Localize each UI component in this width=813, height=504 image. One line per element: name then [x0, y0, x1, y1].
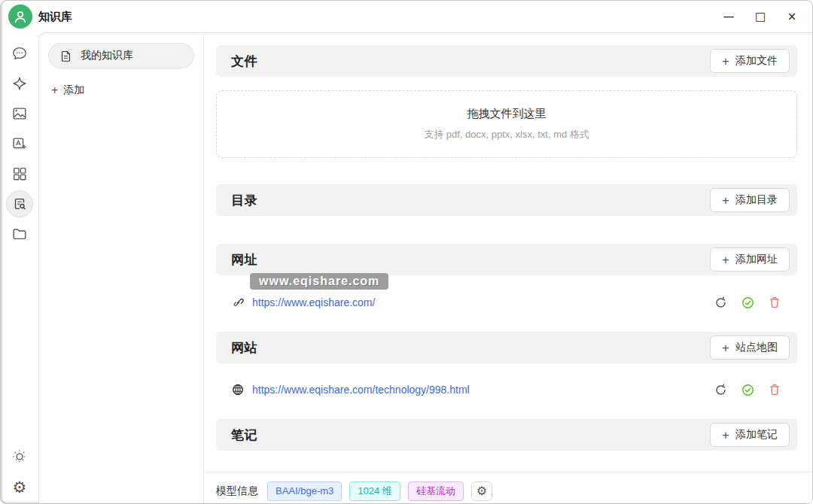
minimize-button[interactable]: —	[713, 5, 744, 29]
sidebar-item-label: 我的知识库	[81, 49, 133, 62]
add-label: 添加	[63, 83, 84, 97]
globe-icon	[231, 383, 245, 396]
section-title-urls: 网址	[231, 251, 257, 269]
rail-item-knowledge-base[interactable]	[6, 190, 33, 217]
folder-icon	[11, 226, 28, 242]
delete-button[interactable]	[767, 295, 782, 310]
site-row: https://www.eqishare.com/technology/998.…	[216, 381, 797, 399]
settings-gear-icon: ⚙	[13, 479, 27, 495]
sitemap-label: 站点地图	[735, 341, 778, 354]
main-content: 文件 + 添加文件 拖拽文件到这里 支持 pdf, docx, pptx, xl…	[204, 33, 812, 503]
add-url-button[interactable]: + 添加网址	[710, 247, 790, 272]
dropzone-title: 拖拽文件到这里	[467, 107, 547, 121]
watermark: www.eqishare.com	[250, 273, 388, 290]
add-url-label: 添加网址	[735, 253, 778, 266]
document-search-icon	[11, 196, 28, 212]
model-info-bar: 模型信息 BAAI/bge-m3 1024 维 硅基流动 ⚙	[216, 481, 797, 501]
window-controls: — □ ×	[713, 1, 808, 32]
app-title: 知识库	[38, 10, 72, 24]
plus-icon: +	[51, 84, 58, 96]
add-directory-label: 添加目录	[735, 193, 778, 207]
dimension-badge: 1024 维	[349, 481, 400, 501]
refresh-button[interactable]	[713, 382, 728, 397]
trash-icon	[768, 383, 781, 396]
rail-item-theme[interactable]	[6, 443, 33, 470]
check-circle-icon	[741, 383, 755, 397]
section-header-directory: 目录 + 添加目录	[216, 184, 797, 216]
add-file-label: 添加文件	[735, 54, 778, 68]
kb-sidebar: 我的知识库 + 添加	[39, 33, 204, 503]
url-row: https://www.eqishare.com/	[216, 293, 797, 311]
url-link[interactable]: https://www.eqishare.com/	[252, 296, 375, 308]
delete-button[interactable]	[767, 382, 782, 397]
section-title-sites: 网站	[231, 339, 257, 357]
section-header-sites: 网站 + 站点地图	[216, 332, 797, 363]
rail-item-assistant[interactable]	[6, 70, 33, 97]
refresh-icon	[714, 383, 728, 397]
url-row-actions	[713, 295, 791, 310]
section-title-notes: 笔记	[231, 427, 257, 444]
plus-icon: +	[722, 254, 729, 266]
model-settings-button[interactable]: ⚙	[471, 481, 492, 501]
section-title-files: 文件	[231, 53, 257, 70]
icon-rail: ⚙	[1, 32, 38, 503]
site-link[interactable]: https://www.eqishare.com/technology/998.…	[252, 384, 470, 396]
model-info-label: 模型信息	[216, 484, 258, 498]
provider-badge: 硅基流动	[408, 481, 464, 501]
rail-item-files[interactable]	[6, 220, 33, 247]
maximize-button[interactable]: □	[744, 5, 776, 29]
title-bar: 知识库 — □ ×	[1, 1, 812, 32]
site-row-actions	[713, 382, 791, 397]
sparkle-icon	[11, 75, 28, 92]
add-file-button[interactable]: + 添加文件	[710, 49, 790, 73]
user-avatar[interactable]	[8, 5, 32, 29]
rail-item-apps[interactable]	[6, 160, 33, 187]
sidebar-item-my-knowledge-base[interactable]: 我的知识库	[48, 43, 194, 68]
status-ok-icon	[740, 295, 755, 310]
rail-item-images[interactable]	[6, 100, 33, 127]
plus-icon: +	[722, 55, 729, 68]
section-header-notes: 笔记 + 添加笔记	[216, 419, 797, 451]
rail-item-chat[interactable]	[6, 40, 33, 67]
add-note-button[interactable]: + 添加笔记	[710, 423, 790, 447]
plus-icon: +	[722, 194, 729, 207]
file-dropzone[interactable]: 拖拽文件到这里 支持 pdf, docx, pptx, xlsx, txt, m…	[216, 90, 797, 158]
chat-bubble-icon	[11, 45, 28, 62]
section-header-files: 文件 + 添加文件	[216, 45, 797, 77]
dropzone-subtitle: 支持 pdf, docx, pptx, xlsx, txt, md 格式	[424, 128, 589, 141]
add-knowledge-base-button[interactable]: + 添加	[51, 83, 194, 97]
link-icon	[231, 296, 245, 309]
add-note-label: 添加笔记	[735, 428, 778, 442]
person-icon	[12, 8, 29, 25]
section-header-urls: 网址 + 添加网址 www.eqishare.com	[216, 244, 797, 275]
image-icon	[11, 105, 28, 122]
grid-icon	[11, 165, 28, 182]
status-ok-icon	[740, 382, 755, 397]
divider	[204, 472, 812, 472]
rail-item-translate[interactable]	[6, 130, 33, 157]
refresh-icon	[714, 296, 728, 310]
plus-icon: +	[722, 342, 729, 354]
refresh-button[interactable]	[713, 295, 728, 310]
theme-sun-icon	[11, 448, 28, 465]
close-button[interactable]: ×	[776, 5, 808, 29]
plus-icon: +	[722, 429, 729, 442]
app-window: 知识库 — □ ×	[0, 0, 813, 504]
model-badge: BAAI/bge-m3	[267, 481, 342, 501]
translate-icon	[11, 135, 28, 152]
section-title-directory: 目录	[231, 192, 257, 209]
rail-item-settings[interactable]: ⚙	[6, 473, 33, 500]
add-directory-button[interactable]: + 添加目录	[710, 188, 790, 212]
document-icon	[59, 50, 72, 62]
sitemap-button[interactable]: + 站点地图	[710, 335, 790, 360]
gear-icon: ⚙	[477, 485, 487, 497]
check-circle-icon	[741, 296, 755, 310]
trash-icon	[768, 296, 781, 309]
